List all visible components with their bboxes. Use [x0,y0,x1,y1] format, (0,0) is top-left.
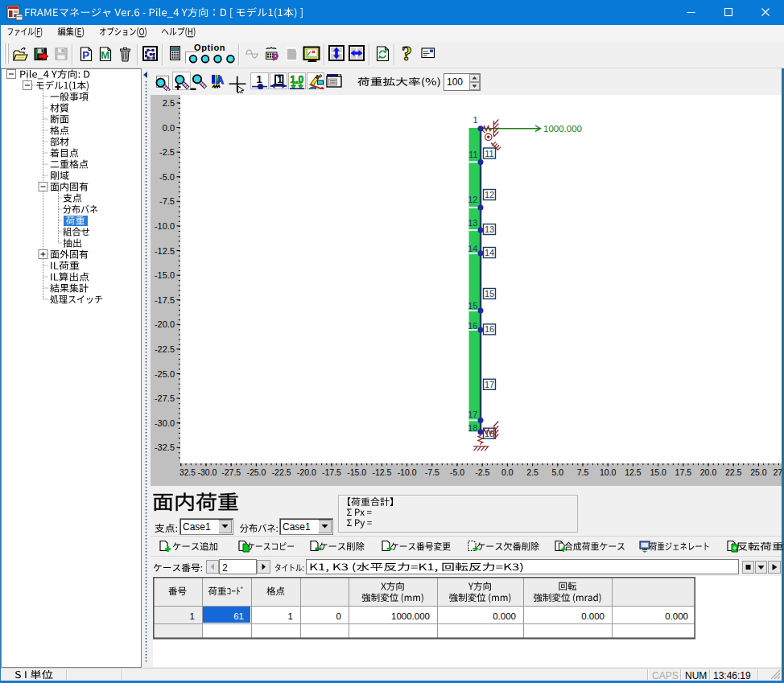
svg-text:1: 1 [257,73,262,85]
svg-text:-20.0: -20.0 [155,319,175,329]
svg-text:13: 13 [468,218,477,228]
svg-text:1: 1 [288,611,293,621]
svg-text:12: 12 [468,195,477,204]
svg-text:17: 17 [468,409,477,419]
svg-text:0: 0 [336,611,341,621]
svg-text:22.5: 22.5 [725,467,742,477]
svg-text:A: A [217,74,225,86]
svg-text:18: 18 [468,423,477,433]
svg-text:-12.5: -12.5 [155,246,175,256]
svg-text:-27.5: -27.5 [155,393,175,403]
svg-text:1000.000: 1000.000 [543,124,582,134]
svg-text:2.5: 2.5 [526,467,538,477]
svg-text:15: 15 [468,301,477,311]
svg-text:16: 16 [485,324,494,334]
svg-text:-27.5: -27.5 [221,467,241,477]
svg-text:-32.5: -32.5 [155,442,175,452]
svg-text:0.000: 0.000 [581,611,605,621]
svg-text:25.0: 25.0 [750,467,767,477]
svg-text:5.0: 5.0 [551,467,563,477]
svg-text:2.5: 2.5 [163,98,175,108]
svg-text:-20.0: -20.0 [297,467,316,477]
svg-text:1: 1 [472,115,477,125]
svg-text:-22.5: -22.5 [155,344,175,354]
svg-text:0.000: 0.000 [665,611,688,621]
svg-text:17.5: 17.5 [675,467,692,477]
svg-text:?: ? [402,44,412,63]
svg-text:-10.0: -10.0 [155,221,175,231]
svg-text:-15.0: -15.0 [347,467,366,477]
svg-text:-2.5: -2.5 [159,147,175,157]
svg-text:15.0: 15.0 [650,467,666,477]
svg-text:17: 17 [485,380,494,389]
svg-text:M: M [101,49,109,61]
svg-text:-5.0: -5.0 [450,467,464,477]
svg-text:-12.5: -12.5 [372,467,391,477]
svg-text:-10.0: -10.0 [398,467,417,477]
svg-text:-7.5: -7.5 [425,467,439,477]
svg-text:1: 1 [190,611,195,621]
svg-text:32.5: 32.5 [179,468,196,477]
svg-text:-30.0: -30.0 [198,467,217,477]
svg-text:15: 15 [485,289,494,298]
svg-text:7.5: 7.5 [577,467,589,477]
svg-text:20.0: 20.0 [700,467,717,477]
svg-text:10.0: 10.0 [600,467,617,477]
svg-text:0.0: 0.0 [501,467,514,477]
svg-text:12: 12 [485,190,494,200]
svg-text:61: 61 [233,611,244,621]
svg-text:16: 16 [468,321,477,331]
svg-text:-15.0: -15.0 [155,270,175,280]
svg-text:14: 14 [468,244,477,253]
svg-text:P: P [82,49,89,61]
svg-text:0.0: 0.0 [163,123,175,133]
svg-text:-22.5: -22.5 [272,467,291,477]
svg-text:-17.5: -17.5 [155,295,175,305]
svg-text:-25.0: -25.0 [155,369,175,379]
svg-text:14: 14 [485,248,494,257]
svg-text:11: 11 [468,150,477,159]
svg-text:-17.5: -17.5 [322,467,341,477]
svg-text:1000.000: 1000.000 [391,611,430,621]
svg-text:P: P [273,52,279,61]
svg-text:1: 1 [277,74,283,85]
svg-text:0.000: 0.000 [493,611,516,621]
svg-text:11: 11 [485,149,493,158]
svg-text:12.5: 12.5 [625,467,642,477]
svg-text:-30.0: -30.0 [155,418,175,428]
svg-text:-2.5: -2.5 [475,467,489,477]
svg-text:13: 13 [485,224,494,234]
svg-text:-7.5: -7.5 [159,196,175,206]
svg-text:-5.0: -5.0 [159,172,175,182]
svg-text:-25.0: -25.0 [246,467,266,477]
